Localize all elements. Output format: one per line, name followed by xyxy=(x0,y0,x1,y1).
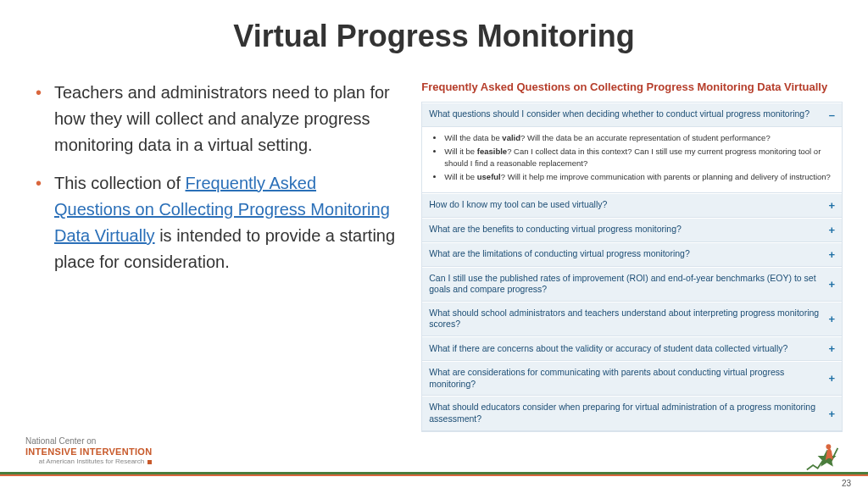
faq-item[interactable]: How do I know my tool can be used virtua… xyxy=(422,193,842,218)
expand-icon: + xyxy=(828,408,835,420)
star-logo-icon xyxy=(804,439,843,474)
logo-line3-text: at American Institutes for Research xyxy=(39,458,145,465)
faq-item[interactable]: Can I still use the published rates of i… xyxy=(422,267,842,302)
bullet-item: This collection of Frequently Asked Ques… xyxy=(34,170,396,275)
faq-item[interactable]: What should school administrators and te… xyxy=(422,302,842,336)
svg-point-0 xyxy=(826,444,831,449)
faq-answer-panel: Will the data be valid? Will the data be… xyxy=(422,127,842,193)
org-logo: National Center on INTENSIVE INTERVENTIO… xyxy=(25,436,152,466)
footer-bar xyxy=(0,472,868,476)
faq-question: What should educators consider when prep… xyxy=(429,402,821,424)
logo-line3: at American Institutes for Research xyxy=(25,458,152,466)
faq-accordion: What questions should I consider when de… xyxy=(421,102,843,432)
faq-heading: Frequently Asked Questions on Collecting… xyxy=(421,80,843,95)
faq-answer-item: Will it be useful? Will it help me impro… xyxy=(444,171,833,183)
footer: National Center on INTENSIVE INTERVENTIO… xyxy=(0,441,868,488)
faq-item-expanded[interactable]: What questions should I consider when de… xyxy=(422,103,842,127)
faq-answer-item: Will the data be valid? Will the data be… xyxy=(444,132,833,144)
faq-item[interactable]: What if there are concerns about the val… xyxy=(422,336,842,361)
faq-question: What are considerations for communicatin… xyxy=(429,367,821,390)
content-row: Teachers and administrators need to plan… xyxy=(0,63,868,432)
answer-text: ? Will it help me improve communication … xyxy=(501,172,831,181)
left-column: Teachers and administrators need to plan… xyxy=(34,80,396,432)
faq-answer-item: Will it be feasible? Can I collect data … xyxy=(444,146,833,170)
expand-icon: + xyxy=(828,224,835,236)
right-column: Frequently Asked Questions on Collecting… xyxy=(421,80,843,432)
page-title: Virtual Progress Monitoring xyxy=(0,0,868,63)
answer-text: Will it be xyxy=(444,147,477,156)
page-number: 23 xyxy=(842,479,851,488)
answer-bold: useful xyxy=(477,172,501,181)
expand-icon: + xyxy=(828,342,835,355)
bullet-text-pre: This collection of xyxy=(54,174,186,192)
expand-icon: + xyxy=(828,313,835,325)
faq-question: What are the limitations of conducting v… xyxy=(429,248,690,260)
faq-question: What questions should I consider when de… xyxy=(429,108,810,120)
expand-icon: + xyxy=(828,278,835,291)
answer-bold: valid xyxy=(502,133,520,142)
bullet-list: Teachers and administrators need to plan… xyxy=(34,80,396,275)
bullet-item: Teachers and administrators need to plan… xyxy=(34,80,396,158)
logo-line2: INTENSIVE INTERVENTION xyxy=(25,446,152,458)
faq-item[interactable]: What are the benefits to conducting virt… xyxy=(422,218,842,242)
faq-item[interactable]: What should educators consider when prep… xyxy=(422,396,842,430)
answer-text: Will the data be xyxy=(444,133,502,142)
answer-text: ? Will the data be an accurate represent… xyxy=(520,133,771,142)
collapse-icon: – xyxy=(829,108,835,121)
expand-icon: + xyxy=(828,248,835,261)
faq-item[interactable]: What are the limitations of conducting v… xyxy=(422,242,842,267)
answer-bold: feasible xyxy=(477,147,507,156)
faq-question: Can I still use the published rates of i… xyxy=(429,273,821,296)
faq-question: How do I know my tool can be used virtua… xyxy=(429,199,607,211)
logo-line1: National Center on xyxy=(25,436,152,446)
faq-question: What are the benefits to conducting virt… xyxy=(429,224,682,236)
faq-item[interactable]: What are considerations for communicatin… xyxy=(422,361,842,396)
faq-question: What if there are concerns about the val… xyxy=(429,343,787,355)
answer-text: Will it be xyxy=(444,172,477,181)
expand-icon: + xyxy=(828,199,835,212)
square-icon xyxy=(147,460,152,464)
faq-question: What should school administrators and te… xyxy=(429,308,821,330)
expand-icon: + xyxy=(828,372,835,385)
